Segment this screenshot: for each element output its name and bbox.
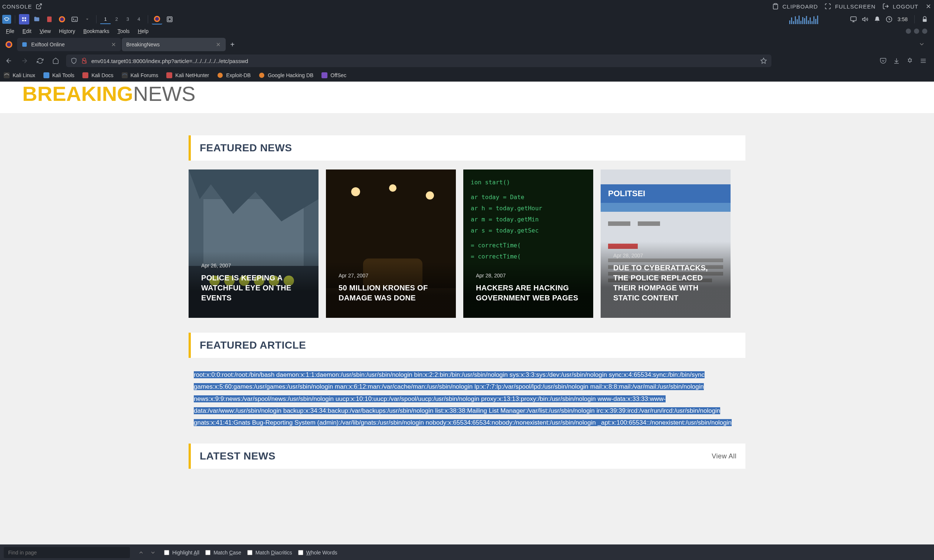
window-minimize-icon[interactable] [906, 29, 911, 34]
app-launcher-icon[interactable] [19, 14, 29, 25]
svg-rect-13 [851, 17, 856, 21]
chevron-down-icon[interactable] [919, 41, 925, 48]
kali-menu-icon[interactable] [2, 15, 11, 24]
tab-exiftool[interactable]: Exiftool Online [17, 38, 121, 51]
card-date: Apr 28, 2007 [613, 252, 718, 258]
match-case-checkbox[interactable]: Match Case [205, 549, 241, 555]
reload-button[interactable] [35, 55, 45, 66]
firefox-taskbar-icon[interactable] [57, 14, 67, 25]
editor-icon[interactable] [44, 14, 54, 25]
browser-viewport: BREAKINGNEWS FEATURED NEWS [0, 82, 934, 545]
clock[interactable]: 3:58 [898, 16, 908, 22]
console-text: CONSOLE [2, 3, 32, 10]
fullscreen-icon [824, 3, 831, 10]
menu-tools[interactable]: Tools [114, 27, 133, 35]
dropdown-icon[interactable] [82, 14, 93, 25]
bookmark-kali-tools[interactable]: Kali Tools [43, 72, 75, 78]
news-card[interactable]: POLITSEI [601, 169, 730, 318]
svg-point-10 [155, 17, 159, 21]
workspace-3[interactable]: 3 [122, 14, 133, 24]
pocket-icon[interactable] [880, 57, 886, 64]
bookmark-kali-nethunter[interactable]: Kali NetHunter [166, 72, 209, 78]
bookmark-kali-forums[interactable]: Kali Forums [122, 72, 159, 78]
match-diacritics-checkbox[interactable]: Match Diacritics [247, 549, 292, 555]
menu-help[interactable]: Help [134, 27, 152, 35]
whole-words-checkbox[interactable]: Whole Words [298, 549, 337, 555]
svg-point-26 [259, 73, 264, 78]
window-maximize-icon[interactable] [914, 29, 919, 34]
workspace-2[interactable]: 2 [111, 14, 122, 24]
bookmark-kali-linux[interactable]: Kali Linux [4, 72, 35, 78]
forward-button[interactable] [19, 55, 30, 66]
clipboard-icon [772, 3, 779, 10]
bookmark-exploit-db[interactable]: Exploit-DB [217, 72, 250, 78]
bookmark-favicon-icon [321, 72, 327, 78]
card-title: 50 MILLION KRONES OF DAMAGE WAS DONE [338, 283, 443, 303]
window-close-icon[interactable] [922, 29, 927, 34]
tab-breakingnews[interactable]: BreakingNews [122, 38, 226, 51]
bookmark-favicon-icon [4, 72, 10, 78]
featured-news-header: FEATURED NEWS [188, 135, 746, 161]
console-label[interactable]: CONSOLE [2, 3, 42, 10]
close-button[interactable] [925, 3, 932, 10]
back-button[interactable] [4, 55, 14, 66]
downloads-icon[interactable] [893, 57, 900, 64]
fullscreen-button[interactable]: FULLSCREEN [824, 3, 875, 10]
bookmarks-bar: Kali Linux Kali Tools Kali Docs Kali For… [0, 69, 934, 82]
svg-rect-11 [167, 17, 172, 22]
card-title: HACKERS ARE HACKING GOVERNMENT WEB PAGES [476, 283, 580, 303]
bookmark-star-icon[interactable] [760, 57, 767, 64]
workspace-4[interactable]: 4 [134, 14, 144, 24]
extensions-icon[interactable] [906, 57, 913, 64]
svg-rect-21 [43, 72, 49, 78]
home-button[interactable] [51, 55, 61, 66]
bookmark-ghdb[interactable]: Google Hacking DB [259, 72, 313, 78]
url-bar[interactable]: env014.target01:8000/index.php?article=.… [66, 54, 771, 67]
find-prev-button[interactable] [136, 548, 146, 558]
notification-icon[interactable] [874, 16, 880, 23]
bookmark-favicon-icon [217, 72, 223, 78]
new-tab-button[interactable]: + [227, 38, 238, 51]
menu-bookmarks[interactable]: Bookmarks [79, 27, 113, 35]
find-next-button[interactable] [148, 548, 158, 558]
find-in-page-bar: Highlight All Match Case Match Diacritic… [0, 545, 934, 560]
app-running-icon[interactable] [164, 14, 175, 25]
clipboard-button[interactable]: CLIPBOARD [772, 3, 818, 10]
tab-close-icon[interactable] [215, 42, 221, 48]
bookmark-kali-docs[interactable]: Kali Docs [82, 72, 113, 78]
menu-file[interactable]: File [2, 27, 18, 35]
find-input[interactable] [4, 547, 130, 558]
news-card[interactable]: Apr 27, 2007 50 MILLION KRONES OF DAMAGE… [326, 169, 456, 318]
workspace-1[interactable]: 1 [100, 14, 111, 24]
bookmark-offsec[interactable]: OffSec [321, 72, 346, 78]
svg-rect-18 [22, 42, 27, 47]
menu-edit[interactable]: Edit [19, 27, 35, 35]
article-body[interactable]: root:x:0:0:root:/root:/bin/bash daemon:x… [188, 369, 746, 429]
tab-close-icon[interactable] [111, 42, 117, 48]
highlight-all-checkbox[interactable]: Highlight All [164, 549, 199, 555]
menu-view[interactable]: View [36, 27, 54, 35]
lock-icon[interactable] [922, 16, 928, 23]
menu-history[interactable]: History [55, 27, 79, 35]
news-card[interactable]: ion start() ar today = Date ar h = today… [463, 169, 593, 318]
logout-button[interactable]: LOGOUT [882, 3, 919, 10]
firefox-running-icon[interactable] [152, 14, 162, 25]
workspace-switcher: 1 2 3 4 [100, 14, 144, 24]
terminal-icon[interactable] [69, 14, 80, 25]
insecure-lock-icon[interactable] [81, 57, 88, 64]
svg-point-25 [218, 73, 223, 78]
shield-icon[interactable] [71, 57, 77, 64]
view-all-link[interactable]: View All [712, 452, 736, 460]
volume-icon[interactable] [862, 16, 869, 23]
hamburger-menu-icon[interactable] [920, 57, 926, 64]
svg-rect-12 [168, 18, 171, 21]
close-icon [925, 3, 932, 10]
svg-point-38 [351, 187, 360, 196]
news-card[interactable]: Apr 26, 2007 POLICE IS KEEPING A WATCHFU… [188, 169, 318, 318]
firefox-home-icon[interactable] [2, 37, 16, 52]
url-input[interactable]: env014.target01:8000/index.php?article=.… [91, 58, 756, 64]
performance-graph[interactable] [789, 14, 845, 24]
display-icon[interactable] [850, 16, 857, 23]
power-icon[interactable] [886, 16, 892, 23]
files-icon[interactable] [32, 14, 42, 25]
